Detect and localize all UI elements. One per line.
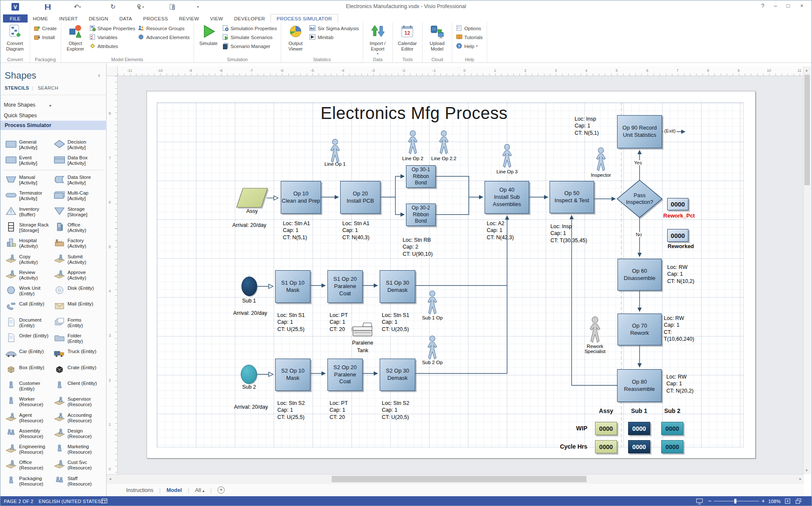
diagram-title[interactable]: Electronics Mfg Process [308, 104, 520, 123]
stencil-item-work-unit-entity[interactable]: Work Unit (Entity) [4, 285, 51, 299]
stencil-item-assembly-resource[interactable]: Assembly (Resource) [4, 427, 51, 442]
simulate-scenarios-button[interactable]: Simulate Scenarios [222, 34, 277, 41]
stencil-item-general-activity[interactable]: General [Activity] [4, 139, 51, 153]
paralene-tank-icon[interactable] [351, 322, 374, 339]
stencil-item-submit-activity[interactable]: Submit (Activity) [52, 253, 100, 268]
stats-value-cycle-hrs-sub-2[interactable]: 0000 [661, 440, 683, 453]
flow-node-s2op10[interactable]: S2 Op 10 Mask [275, 359, 310, 391]
stencil-item-design-resource[interactable]: Design (Resource) [52, 427, 100, 442]
stencil-item-order-entity[interactable]: Order (Entity) [4, 332, 51, 347]
stencil-item-truck-entity[interactable]: Truck (Entity) [52, 348, 100, 362]
flow-node-op50[interactable]: Op 50 Inspect & Test [550, 181, 594, 213]
annotation[interactable]: Loc: A2 Cap: 1 CT: N(42,3) [487, 220, 514, 241]
stencil-item-disk-entity[interactable]: Disk (Entity) [52, 285, 100, 299]
person-rework-specialist-icon[interactable] [587, 317, 603, 343]
entity-label-sub2[interactable]: Sub 2 [240, 384, 259, 390]
annotation[interactable]: Loc: Stn S2 Cap: 1 CT: U(25,5) [277, 400, 305, 421]
stencil-item-client-entity[interactable]: Client (Entity) [52, 380, 100, 394]
ribbon-tab-home[interactable]: HOME [28, 14, 54, 23]
stencil-item-inventory-buffer[interactable]: Inventory (Buffer) [4, 206, 51, 220]
stencil-item-accounting-resource[interactable]: Accounting (Resource) [52, 412, 100, 426]
annotation[interactable]: Loc: Insp Cap: 1 CT: T(30,35,45) [550, 223, 587, 244]
scroll-up-icon[interactable]: ▴ [806, 68, 808, 72]
person-line-op-1-icon[interactable] [328, 139, 342, 163]
horizontal-scroll-thumb[interactable] [332, 476, 586, 482]
ribbon-tab-process-simulator[interactable]: PROCESS SIMULATOR [271, 14, 338, 23]
flow-node-op301[interactable]: Op 30-1 Ribbon Bond [406, 165, 436, 188]
flow-node-s1op30[interactable]: S1 Op 30 Demask [380, 270, 415, 303]
stencil-item-event-activity[interactable]: Event [Activity] [4, 154, 51, 169]
stencil-item-storage-storage[interactable]: Storage [Storage] [52, 206, 100, 220]
status-language[interactable]: ENGLISH (UNITED STATES) [39, 499, 103, 504]
upload-model-button[interactable]: Upload Model [425, 23, 449, 52]
person-sub-1-op-icon[interactable] [425, 291, 440, 314]
vertical-scrollbar[interactable]: ▴ ▾ [803, 66, 811, 474]
stencil-item-packaging-resource[interactable]: Packaging (Resource) [4, 475, 51, 489]
object-explorer-button[interactable]: Object Explorer [63, 23, 88, 52]
minitab-button[interactable]: Minitab [309, 34, 359, 41]
person-line-op-3-icon[interactable] [500, 144, 514, 168]
stencil-item-multi-cap-activity[interactable]: Multi-Cap [Activity] [52, 189, 100, 204]
scroll-right-icon[interactable]: ▸ [799, 477, 801, 481]
ribbon-tab-design[interactable]: DESIGN [83, 14, 114, 23]
advanced-elements-button[interactable]: Advanced Elements [138, 34, 189, 41]
person-inspector-icon[interactable] [594, 147, 608, 171]
annotation[interactable]: Arrival: 20/day [233, 310, 267, 317]
data-box-reworked[interactable]: 0000 [667, 229, 688, 242]
horizontal-scrollbar[interactable]: ◂ ▸ [107, 474, 804, 484]
entity-label-sub1[interactable]: Sub 1 [240, 298, 259, 304]
import-export-button[interactable]: Import / Export▾ [365, 23, 390, 56]
stencil-item-document-entity[interactable]: Document (Entity) [4, 317, 51, 331]
flow-node-op302[interactable]: Op 30-2 Ribbon Bond [406, 204, 436, 226]
stencil-item-box-entity[interactable]: Box (Entity) [4, 364, 51, 379]
data-box-label-reworked[interactable]: Reworked [662, 243, 700, 249]
ribbon-tab-process[interactable]: PROCESS [138, 14, 173, 23]
zoom-in-button[interactable]: + [761, 498, 765, 504]
stencil-item-customer-entity[interactable]: Customer (Entity) [4, 380, 51, 394]
flow-node-op80[interactable]: Op 80 Reassemble [617, 369, 662, 402]
stencil-item-car-entity[interactable]: Car (Entity) [4, 348, 51, 362]
help-button[interactable]: ?Help▾ [456, 42, 483, 50]
maximize-button[interactable]: □ [783, 1, 794, 11]
minimize-button[interactable]: – [770, 1, 781, 11]
stencil-item-hospital-activity[interactable]: Hospital (Activity) [4, 237, 51, 252]
stencil-item-data-store-activity[interactable]: Data Store [Activity] [52, 174, 100, 188]
page-tab-all[interactable]: All ▴ [189, 487, 210, 493]
six-sigma-analysis-button[interactable]: 6σSix Sigma Analysis [309, 25, 359, 32]
tutorials-button[interactable]: Tutorials [456, 34, 483, 41]
annotation[interactable]: Loc: RW Cap: 1 CT: N(10,2) [667, 264, 694, 285]
stencil-item-forms-entity[interactable]: Forms (Entity) [52, 317, 100, 331]
create-button[interactable]: Create [34, 25, 57, 32]
flow-node-pass[interactable]: Pass Inspection? [617, 189, 662, 208]
switch-windows-icon[interactable] [795, 498, 802, 505]
annotation[interactable]: Loc: Stn S1 Cap: 1 CT: U(25,5) [277, 312, 305, 333]
ribbon-tab-data[interactable]: DATA [114, 14, 138, 23]
annotation[interactable]: Loc: Insp Cap: 1 CT: N(5,1) [575, 116, 599, 136]
output-viewer-button[interactable]: Output Viewer [283, 23, 308, 52]
person-line-op-2-icon[interactable] [406, 130, 420, 154]
stencil-item-marketing-resource[interactable]: Marketing (Resource) [52, 443, 100, 458]
stencil-item-supervisor-resource[interactable]: Supervisor (Resource) [52, 396, 100, 410]
flow-node-s1op10[interactable]: S1 Op 10 Mask [275, 270, 310, 303]
variables-button[interactable]: Variables [89, 34, 135, 41]
install-button[interactable]: Install [34, 34, 57, 41]
tab-search[interactable]: SEARCH [38, 85, 58, 90]
flow-node-op60[interactable]: Op 60 Disassemble [617, 259, 662, 291]
drawing-canvas[interactable] [118, 76, 804, 474]
task-pane-icon[interactable] [102, 498, 107, 505]
annotation[interactable]: Loc: RW Cap: 1 CT: T(10,60,240) [664, 315, 694, 342]
stats-value-wip-assy[interactable]: 0000 [595, 422, 617, 435]
flow-node-s1op20[interactable]: S1 Op 20 Paralene Coat [327, 270, 363, 303]
stats-value-cycle-hrs-assy[interactable]: 0000 [595, 440, 617, 453]
stencil-item-factory-activity[interactable]: Factory (Activity) [52, 237, 100, 252]
quick-shapes-item[interactable]: Quick Shapes [4, 113, 37, 119]
person-sub-2-op-icon[interactable] [425, 336, 440, 359]
data-box-rework-pct[interactable]: 0000 [667, 198, 688, 210]
annotation[interactable]: Loc: Stn S1 Cap: 1 CT: U(20,5) [382, 312, 409, 333]
stencil-process-simulator[interactable]: Process Simulator [0, 121, 107, 130]
resource-groups-button[interactable]: Resource Groups [138, 25, 189, 32]
stats-value-wip-sub-2[interactable]: 0000 [661, 422, 683, 435]
calendar-editor-button[interactable]: 12Calendar Editor [395, 23, 420, 52]
annotation[interactable]: Loc: Stn A1 Cap: 1 CT: N(40,3) [342, 220, 369, 241]
options-button[interactable]: Options [456, 25, 483, 32]
